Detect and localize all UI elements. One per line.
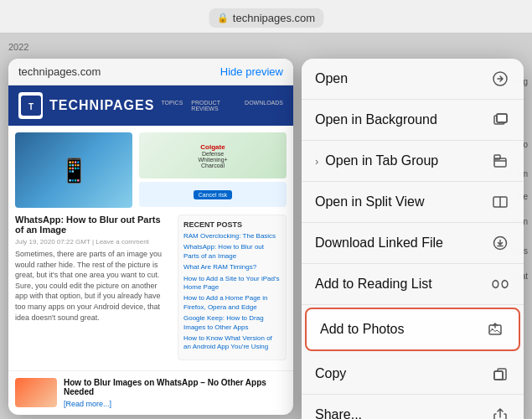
svg-rect-15 (494, 371, 503, 380)
menu-item-download[interactable]: Download Linked File (302, 223, 524, 264)
add-photos-icon (485, 319, 505, 339)
preview-main-image: 📱 (15, 132, 132, 208)
nav-topics[interactable]: TOPICS (161, 100, 183, 111)
download-icon (490, 233, 510, 253)
menu-download-label: Download Linked File (315, 235, 490, 251)
svg-point-13 (492, 328, 493, 330)
recent-post-3[interactable]: What Are RAM Timings? (183, 263, 281, 272)
lock-icon: 🔒 (217, 13, 229, 23)
phone-icon: 📱 (59, 157, 89, 184)
share-icon (490, 405, 510, 419)
preview-header: technipages.com Hide preview (8, 59, 293, 85)
recent-post-6[interactable]: Google Keep: How to Drag Images to Other… (183, 314, 281, 332)
footer-text: How to Blur Images on WhatsApp – No Othe… (64, 378, 287, 408)
preview-footer: How to Blur Images on WhatsApp – No Othe… (8, 370, 293, 415)
menu-item-reading-list[interactable]: Add to Reading List (302, 264, 524, 305)
hide-preview-button[interactable]: Hide preview (220, 65, 283, 78)
nav-downloads[interactable]: DOWNLOADS (245, 100, 283, 111)
copy-icon (490, 364, 510, 384)
menu-copy-label: Copy (315, 366, 490, 381)
recent-post-7[interactable]: How to Know What Version of an Android A… (183, 334, 281, 352)
menu-item-open-split-view[interactable]: Open in Split View (302, 182, 524, 223)
preview-popup: technipages.com Hide preview T TECHNIPAG… (8, 59, 293, 415)
svg-rect-7 (494, 155, 500, 159)
read-more-link[interactable]: [Read more...] (64, 400, 287, 408)
recent-posts-title: RECENT POSTS (183, 220, 281, 229)
recent-post-2[interactable]: WhatsApp: How to Blur out Parts of an Im… (183, 243, 281, 261)
site-nav: TOPICS PRODUCT REVIEWS DOWNLOADS (161, 100, 283, 111)
recent-post-4[interactable]: How to Add a Site to Your iPad's Home Pa… (183, 275, 281, 292)
tab-group-arrow: › (315, 155, 318, 168)
footer-content: How to Blur Images on WhatsApp – No Othe… (15, 378, 287, 408)
menu-item-share[interactable]: Share... (302, 395, 524, 419)
svg-text:T: T (28, 102, 33, 111)
menu-share-label: Share... (315, 407, 490, 419)
url-text: technipages.com (233, 12, 315, 24)
svg-rect-4 (497, 114, 507, 122)
browser-chrome: 🔒 technipages.com (0, 0, 532, 34)
menu-item-copy[interactable]: Copy (302, 354, 524, 395)
menu-reading-list-label: Add to Reading List (315, 277, 490, 292)
menu-item-open-background[interactable]: Open in Background (302, 100, 524, 141)
context-menu: Open Open in Background › Open in (302, 59, 524, 419)
site-logo: T (18, 92, 43, 119)
preview-body: 📱 Colgate Defense Whitening+ Charcoal Ca… (8, 126, 293, 370)
recent-posts-panel: RECENT POSTS RAM Overclocking: The Basic… (178, 215, 287, 360)
more-articles-title: How to Blur Images on WhatsApp – No Othe… (64, 378, 287, 396)
recent-post-1[interactable]: RAM Overclocking: The Basics (183, 232, 281, 241)
menu-open-split-view-label: Open in Split View (315, 194, 490, 210)
open-background-icon (490, 110, 510, 130)
menu-add-photos-label: Add to Photos (320, 322, 485, 337)
preview-domain: technipages.com (18, 65, 101, 78)
menu-open-background-label: Open in Background (315, 112, 490, 127)
menu-open-label: Open (315, 71, 490, 86)
year-badge: 2022 (8, 42, 28, 52)
url-bar[interactable]: 🔒 technipages.com (209, 8, 323, 28)
recent-post-5[interactable]: How to Add a Home Page in Firefox, Opera… (183, 294, 281, 312)
preview-hero: 📱 Colgate Defense Whitening+ Charcoal Ca… (15, 132, 287, 208)
ad-button: Cancel risk (139, 182, 287, 207)
site-header: T TECHNIPAGES TOPICS PRODUCT REVIEWS DOW… (8, 85, 293, 126)
menu-open-tab-group-label: Open in Tab Group (325, 153, 490, 168)
menu-item-open[interactable]: Open (302, 59, 524, 100)
colgate-ad: Colgate Defense Whitening+ Charcoal (139, 132, 287, 178)
reading-list-icon (490, 274, 510, 294)
menu-item-open-tab-group[interactable]: › Open in Tab Group (302, 141, 524, 182)
preview-side-image: Colgate Defense Whitening+ Charcoal Canc… (139, 132, 287, 208)
nav-reviews[interactable]: PRODUCT REVIEWS (191, 100, 236, 111)
open-split-view-icon (490, 192, 510, 212)
open-icon (490, 69, 510, 89)
content-area: 2022 cking ow to M Tim Site Hon ther App… (0, 34, 532, 419)
open-tab-group-icon (490, 151, 510, 171)
site-name: TECHNIPAGES (49, 98, 154, 113)
menu-item-add-photos[interactable]: Add to Photos (305, 308, 520, 351)
footer-image (15, 378, 57, 407)
